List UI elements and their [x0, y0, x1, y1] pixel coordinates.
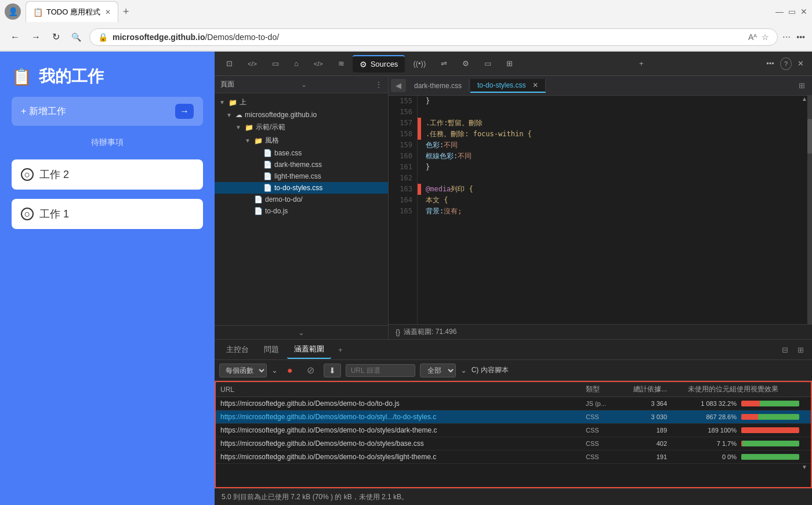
- line-num-157: 157: [393, 118, 412, 129]
- undock-btn[interactable]: ⊟: [778, 343, 792, 357]
- clear-coverage-btn[interactable]: ⊘: [302, 363, 319, 377]
- line-num-158: 158: [393, 129, 412, 140]
- tree-item-dark-theme-css[interactable]: ▶ 📄 dark-theme.css: [215, 159, 388, 170]
- tab-layout[interactable]: ▭: [265, 56, 286, 71]
- tree-item-todo-js[interactable]: ▶ 📄 to-do.js: [215, 205, 388, 217]
- tab-add-btn[interactable]: +: [332, 342, 349, 358]
- refresh-button[interactable]: ↻: [49, 29, 63, 45]
- read-mode-icon[interactable]: Aᴬ: [748, 32, 757, 42]
- devtools-close-btn[interactable]: ✕: [794, 57, 807, 70]
- tab-network[interactable]: </>: [307, 57, 330, 71]
- all-dropdown-arrow[interactable]: ⌄: [461, 366, 467, 375]
- tree-item-demos[interactable]: ▼ 📁 示範/示範: [215, 121, 388, 134]
- new-tab-button[interactable]: +: [118, 3, 134, 20]
- coverage-row-4[interactable]: https://microsoftedge.github.io/Demos/de…: [216, 450, 811, 464]
- file-tab-todo-styles[interactable]: to-do-styles.css ✕: [470, 79, 546, 93]
- code-scrollbar[interactable]: [807, 96, 812, 324]
- coverage-row-0[interactable]: https://microsoftedge.github.io/Demos/de…: [216, 397, 811, 410]
- window-close-button[interactable]: ✕: [800, 7, 807, 16]
- line-num-162: 162: [393, 173, 412, 184]
- address-input[interactable]: 🔒 microsoftedge.github.io/Demos/demo-to-…: [89, 28, 778, 46]
- favorites-icon[interactable]: ☆: [762, 32, 769, 42]
- row-0-bar: [737, 401, 806, 406]
- tree-item-light-theme-css[interactable]: ▶ 📄 light-theme.css: [215, 170, 388, 182]
- download-coverage-btn[interactable]: ⬇: [324, 364, 341, 377]
- sources-header-more[interactable]: ⋮: [375, 81, 382, 89]
- code-content: } .工作:暫留。刪除 .任務。刪除: focus-within { 色彩:不同…: [421, 96, 807, 324]
- address-path: /Demos/demo-to-do/: [205, 32, 279, 42]
- code-line-156: [426, 107, 803, 118]
- tree-label-dark: dark-theme.css: [274, 161, 322, 169]
- file-tab-add-btn[interactable]: ⊞: [794, 79, 810, 92]
- row-3-url: https://microsoftedge.github.io/Demos/de…: [220, 439, 586, 448]
- tab-issues[interactable]: 問題: [257, 341, 286, 358]
- tree-arrow-root: ▼: [219, 99, 226, 106]
- tab-elements[interactable]: ⊡: [219, 56, 240, 71]
- tree-label-domain: microsoftedge.github.io: [245, 111, 317, 119]
- tab-customize2[interactable]: ⊞: [499, 56, 520, 71]
- devtools-help-btn[interactable]: ?: [780, 57, 792, 70]
- tab-coverage[interactable]: 涵蓋範圍: [287, 340, 331, 359]
- row-0-type: JS (p...: [586, 400, 621, 407]
- file-icon-light: 📄: [263, 172, 272, 180]
- line-num-155: 155: [393, 96, 412, 107]
- row-3-unused-bytes: 7: [717, 440, 720, 447]
- tree-item-root[interactable]: ▼ 📁 上: [215, 96, 388, 109]
- tree-label-demos: 示範/示範: [256, 122, 285, 132]
- coverage-row-3[interactable]: https://microsoftedge.github.io/Demos/de…: [216, 437, 811, 450]
- devtools-more-btn[interactable]: •••: [763, 57, 778, 70]
- file-icon-todo: 📄: [263, 184, 272, 192]
- home-button[interactable]: 🔍: [68, 30, 85, 44]
- line-num-164: 164: [393, 195, 412, 206]
- tab-sources[interactable]: ⚙ Sources: [353, 55, 405, 72]
- url-filter-input[interactable]: [346, 364, 415, 377]
- task-item-2[interactable]: ○ 工作 2: [12, 159, 203, 190]
- tree-item-base-css[interactable]: ▶ 📄 base.css: [215, 147, 388, 159]
- scroll-up-btn[interactable]: ▲: [802, 96, 807, 102]
- tree-item-todo-styles-css[interactable]: ▶ 📄 to-do-styles.css: [215, 182, 388, 194]
- tree-item-demo-to-do[interactable]: ▶ 📄 demo-to-do/: [215, 194, 388, 205]
- forward-button[interactable]: →: [28, 30, 44, 45]
- address-right: Aᴬ ☆: [748, 32, 769, 42]
- tree-item-styles-folder[interactable]: ▼ 📁 風格: [215, 134, 388, 147]
- tab-bar: 👤 📋 TODO 應用程式 ✕ + — ▭ ✕: [0, 0, 812, 23]
- tab-console-bottom[interactable]: 主控台: [219, 341, 256, 358]
- tab-console-icon[interactable]: </>: [241, 57, 264, 71]
- back-button[interactable]: ←: [7, 30, 23, 45]
- add-task-button[interactable]: + 新增工作 →: [12, 97, 203, 126]
- code-line-161: }: [426, 162, 803, 173]
- file-tab-back-btn[interactable]: ◀: [391, 79, 406, 92]
- active-tab[interactable]: 📋 TODO 應用程式 ✕: [26, 1, 118, 22]
- all-select[interactable]: 全部: [420, 364, 456, 377]
- sources-header-chevron[interactable]: ⌄: [301, 81, 307, 89]
- extensions-icon[interactable]: ⋯: [782, 32, 791, 42]
- settings-icon[interactable]: •••: [796, 32, 805, 42]
- tab-layers[interactable]: ▭: [477, 56, 498, 71]
- tab-home[interactable]: ⌂: [287, 56, 306, 71]
- per-function-select[interactable]: 每個函數: [219, 364, 267, 377]
- file-tab-todo-styles-label: to-do-styles.css: [477, 81, 525, 89]
- tab-memory[interactable]: ⇌: [434, 56, 454, 71]
- coverage-row-1[interactable]: https://microsoftedge.github.io/Demos/de…: [216, 410, 811, 424]
- tab-performance[interactable]: ≋: [331, 56, 351, 71]
- row-3-unused: 7 1.7%: [667, 440, 737, 447]
- code-scrollbar-thumb[interactable]: [807, 119, 812, 154]
- coverage-dropdown-arrow[interactable]: ⌄: [271, 366, 278, 375]
- app-panel: 📋 我的工作 + 新增工作 → 待辦事項 ○ 工作 2 ○ 工作 1: [0, 52, 215, 505]
- file-tab-dark-theme[interactable]: dark-theme.css: [407, 79, 469, 92]
- tree-scroll-down[interactable]: ⌄: [215, 325, 388, 339]
- fullscreen-btn[interactable]: ⊞: [794, 343, 807, 357]
- row-2-bar-container: [741, 427, 799, 433]
- coverage-row-2[interactable]: https://microsoftedge.github.io/Demos/de…: [216, 424, 811, 437]
- tree-item-domain[interactable]: ▼ ☁ microsoftedge.github.io: [215, 109, 388, 121]
- task-item-1[interactable]: ○ 工作 1: [12, 199, 203, 229]
- tab-title: TODO 應用程式: [46, 7, 100, 17]
- file-tab-close[interactable]: ✕: [532, 81, 538, 89]
- more-tools-btn[interactable]: +: [636, 57, 647, 70]
- record-coverage-btn[interactable]: ●: [282, 364, 298, 377]
- minimize-button[interactable]: —: [775, 7, 784, 16]
- tab-wifi[interactable]: ((•)): [406, 56, 433, 71]
- tab-close-button[interactable]: ✕: [105, 8, 111, 16]
- tab-gear[interactable]: ⚙: [455, 56, 476, 71]
- maximize-button[interactable]: ▭: [788, 7, 796, 16]
